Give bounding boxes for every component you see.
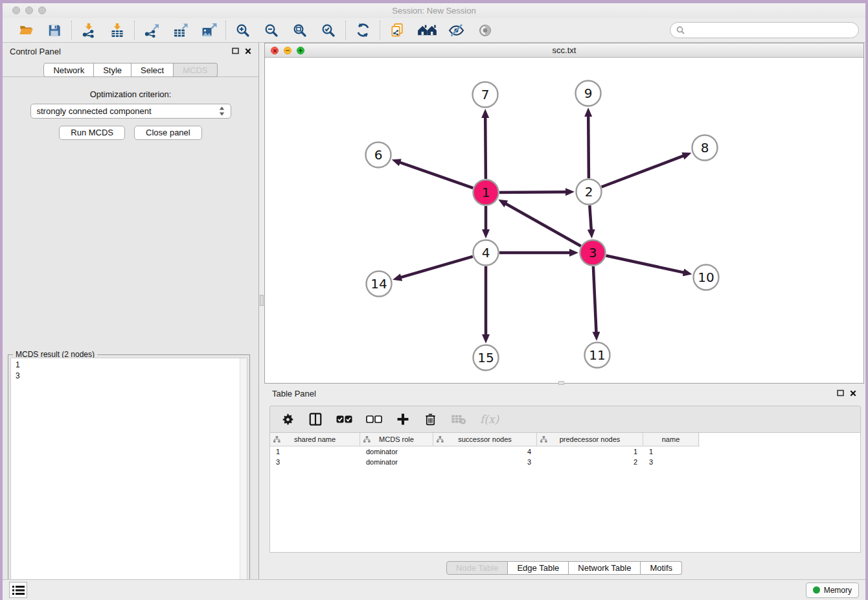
eye-slash-icon: [448, 23, 465, 38]
minimize-window-button[interactable]: [25, 6, 33, 14]
export-image-button[interactable]: [200, 21, 218, 40]
float-table-panel-icon[interactable]: [837, 389, 844, 398]
function-builder-button[interactable]: f(x): [480, 413, 499, 426]
tab-motifs[interactable]: Motifs: [641, 561, 682, 575]
tab-network[interactable]: Network: [43, 63, 94, 77]
graph-edge-1-7[interactable]: [485, 117, 486, 179]
network-canvas[interactable]: 7968124314101511: [265, 58, 863, 383]
mcds-result-area[interactable]: 1 3: [10, 358, 247, 598]
graph-edge-1-6[interactable]: [400, 163, 473, 189]
close-table-panel-icon[interactable]: [850, 389, 856, 398]
select-all-rows-button[interactable]: [336, 415, 352, 424]
float-panel-icon[interactable]: [232, 47, 239, 56]
table-body: 1dominator4113dominator323: [270, 446, 860, 467]
zoom-in-button[interactable]: [234, 21, 252, 40]
graph-node-14[interactable]: 14: [367, 271, 392, 297]
graph-edge-1-2[interactable]: [499, 192, 566, 192]
add-row-button[interactable]: [396, 412, 410, 426]
close-network-button[interactable]: [271, 47, 279, 54]
column-header-predecessor-nodes[interactable]: predecessor nodes: [537, 433, 643, 446]
graph-edge-3-11[interactable]: [593, 266, 597, 332]
import-table-button[interactable]: [108, 21, 126, 40]
graph-node-9[interactable]: 9: [576, 81, 601, 106]
result-scrollbar[interactable]: [240, 358, 247, 597]
graph-node-6[interactable]: 6: [366, 143, 391, 168]
table-row[interactable]: 1dominator411: [270, 446, 860, 457]
svg-text:9: 9: [584, 86, 593, 101]
deselect-all-rows-button[interactable]: [366, 415, 382, 424]
delete-row-button[interactable]: [424, 412, 437, 426]
horizontal-splitter-grip[interactable]: [558, 381, 564, 385]
network-window-titlebar[interactable]: scc.txt: [265, 43, 863, 58]
graph-edge-2-9[interactable]: [588, 116, 589, 178]
search-field[interactable]: [670, 22, 859, 38]
zoom-selected-button[interactable]: [319, 21, 337, 40]
task-history-button[interactable]: [9, 582, 27, 598]
open-session-button[interactable]: [17, 21, 35, 40]
minimize-network-button[interactable]: [284, 47, 291, 54]
network-graph[interactable]: 7968124314101511: [265, 58, 863, 383]
column-header-MCDS-role[interactable]: MCDS role: [360, 433, 433, 446]
checked-boxes-icon: [336, 415, 352, 424]
graph-node-8[interactable]: 8: [692, 135, 718, 161]
zoom-out-button[interactable]: [262, 21, 280, 40]
graph-node-10[interactable]: 10: [694, 265, 719, 290]
tab-select[interactable]: Select: [131, 63, 174, 77]
tree-icon: [437, 436, 444, 443]
graph-node-2[interactable]: 2: [577, 179, 602, 205]
search-input[interactable]: [688, 25, 852, 35]
status-bar: Memory: [3, 579, 865, 600]
zoom-window-button[interactable]: [38, 6, 46, 14]
tab-mcds[interactable]: MCDS: [174, 63, 217, 77]
close-panel-button[interactable]: Close panel: [134, 126, 202, 140]
delete-table-icon: [451, 413, 466, 425]
column-header-successor-nodes[interactable]: successor nodes: [433, 433, 537, 446]
import-network-button[interactable]: [80, 21, 98, 40]
graph-node-1[interactable]: 1: [474, 180, 499, 205]
svg-text:6: 6: [374, 147, 383, 163]
export-table-button[interactable]: [171, 21, 189, 40]
save-session-button[interactable]: [45, 21, 63, 40]
svg-text:14: 14: [371, 276, 387, 292]
tab-network-table[interactable]: Network Table: [569, 561, 641, 575]
maximize-network-button[interactable]: [297, 47, 304, 54]
clone-network-button[interactable]: [388, 21, 406, 40]
main-toolbar: [3, 18, 865, 43]
graph-edge-2-8[interactable]: [602, 156, 684, 187]
criterion-dropdown[interactable]: strongly connected component: [30, 104, 231, 119]
column-header-shared-name[interactable]: shared name: [270, 433, 360, 446]
export-network-button[interactable]: [143, 21, 161, 40]
vertical-splitter-grip[interactable]: [260, 295, 264, 306]
graph-edge-4-14[interactable]: [401, 257, 473, 277]
refresh-view-button[interactable]: [354, 21, 372, 40]
trash-icon: [424, 412, 437, 426]
home-button[interactable]: [417, 21, 437, 40]
graph-edge-3-10[interactable]: [606, 256, 684, 273]
tab-edge-table[interactable]: Edge Table: [508, 561, 569, 575]
graph-node-11[interactable]: 11: [585, 343, 610, 368]
graph-edge-2-3[interactable]: [589, 205, 591, 230]
column-header-name[interactable]: name: [643, 433, 699, 446]
graph-node-4[interactable]: 4: [474, 240, 499, 266]
close-window-button[interactable]: [12, 6, 20, 14]
graph-node-7[interactable]: 7: [473, 82, 498, 108]
memory-status-dot: [813, 586, 820, 594]
delete-table-button[interactable]: [451, 413, 466, 425]
table-row[interactable]: 3dominator323: [270, 457, 860, 467]
hide-graphics-details-button[interactable]: [448, 21, 466, 40]
tab-node-table[interactable]: Node Table: [446, 561, 508, 575]
graph-node-3[interactable]: 3: [580, 240, 606, 266]
fit-content-button[interactable]: [291, 21, 309, 40]
svg-text:15: 15: [477, 350, 494, 365]
tab-style[interactable]: Style: [94, 63, 131, 77]
show-graphics-details-button[interactable]: [476, 21, 494, 40]
table-settings-button[interactable]: [281, 413, 295, 426]
graph-edge-3-1[interactable]: [506, 203, 581, 246]
table-toolbar: f(x): [269, 406, 861, 433]
close-panel-icon[interactable]: [245, 47, 251, 56]
table-cell: 3: [433, 458, 537, 466]
memory-button[interactable]: Memory: [806, 583, 859, 598]
column-layout-button[interactable]: [308, 412, 323, 426]
run-mcds-button[interactable]: Run MCDS: [59, 126, 125, 140]
graph-node-15[interactable]: 15: [474, 345, 499, 371]
